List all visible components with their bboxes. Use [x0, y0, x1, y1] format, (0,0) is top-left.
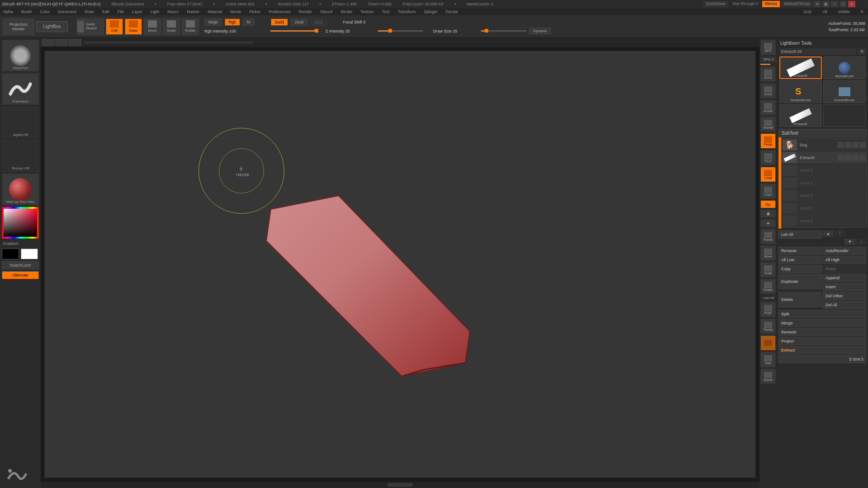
menu-picker[interactable]: Picker [249, 9, 260, 14]
menu-marker[interactable]: Marker [187, 9, 199, 14]
menu-file[interactable]: File [118, 9, 124, 14]
menu-transform[interactable]: Transform [397, 9, 416, 14]
polyf-button[interactable]: PolyF [760, 302, 776, 317]
menu-tool[interactable]: Tool [382, 9, 390, 14]
merge-section[interactable]: Merge [778, 319, 866, 327]
default-script[interactable]: DefaultZScript [781, 1, 812, 7]
all-low-button[interactable]: All Low [778, 256, 822, 264]
center-button[interactable]: ◉ [760, 219, 776, 227]
menu-stencil[interactable]: Stencil [320, 9, 332, 14]
canvas-drag-handle[interactable] [84, 41, 253, 44]
menu-stroke[interactable]: Stroke [340, 9, 352, 14]
rgb-button[interactable]: Rgb [225, 19, 241, 26]
subtool-section-header[interactable]: SubTool [778, 129, 867, 137]
menu-preferences[interactable]: Preferences [269, 9, 291, 14]
draw-mode-button[interactable]: Draw [125, 19, 142, 35]
floor-button[interactable]: Floor [760, 150, 776, 165]
gradient-button[interactable]: Gradient [2, 240, 39, 247]
focal-shift-slider[interactable]: Focal Shift 0 [343, 20, 388, 24]
tool-simplebrush[interactable]: S SimpleBrush [779, 80, 822, 103]
quicksave-button[interactable]: QuickSave [703, 1, 728, 7]
del-all-button[interactable]: Del All [823, 301, 866, 309]
menu-render[interactable]: Render [299, 9, 312, 14]
primary-color-swatch[interactable] [21, 249, 38, 259]
lock-icon-button[interactable]: 🔒 [760, 210, 776, 218]
delete-button[interactable]: Delete [778, 292, 822, 307]
xyz-button[interactable]: Xyz [760, 200, 776, 208]
menu-color[interactable]: Color [40, 9, 50, 14]
local-button[interactable]: Local [760, 167, 776, 182]
rename-button[interactable]: Rename [778, 247, 822, 255]
menu-icon[interactable]: ≡ [814, 1, 821, 7]
projection-master-button[interactable]: Projection Master [3, 19, 34, 35]
list-all-button[interactable]: List All [778, 230, 822, 239]
del-other-button[interactable]: Del Other [823, 292, 866, 300]
extract-section[interactable]: Extract [778, 346, 866, 354]
menu-light[interactable]: Light [151, 9, 160, 14]
xpose-button[interactable]: Xpose [760, 369, 776, 384]
menu-movie[interactable]: Movie [230, 9, 241, 14]
transp-button[interactable]: Transp [760, 319, 776, 334]
move-view-button[interactable]: Move [760, 245, 776, 261]
all-high-button[interactable]: All High [823, 256, 866, 264]
menu-edit[interactable]: Edit [102, 9, 109, 14]
subtool-vis-toggle[interactable] [838, 142, 844, 148]
subtool-vis-toggle[interactable] [838, 155, 844, 161]
subtool-row-empty[interactable]: Head 7 [782, 202, 867, 215]
remesh-section[interactable]: Remesh [778, 328, 866, 336]
menu-material[interactable]: Material [208, 9, 222, 14]
menu-zscript[interactable]: Zscript [446, 9, 458, 14]
subtool-down-all-button[interactable]: ⤓ [856, 239, 867, 245]
draw-size-slider[interactable]: Draw Size 25 [433, 29, 478, 33]
texture-picker[interactable]: Texture Off [2, 140, 39, 172]
seethrough-slider[interactable]: See-through 0 [730, 1, 761, 7]
current-tool-label[interactable]: Extract8.48 [779, 48, 856, 55]
m-button[interactable]: M [243, 19, 255, 26]
rgb-intensity-track[interactable] [270, 30, 316, 32]
menu-document[interactable]: Document [58, 9, 76, 14]
menus-toggle[interactable]: Menus [762, 1, 780, 7]
autoreorder-button[interactable]: AutoReorder [823, 247, 866, 255]
smoothing-slider[interactable]: S Smt 5 [778, 355, 866, 363]
project-section[interactable]: Project [778, 337, 866, 345]
lsym-button[interactable]: LSym [760, 183, 776, 199]
subtool-flag-4[interactable] [859, 155, 866, 161]
subtool-row-empty[interactable]: Head 8 [782, 215, 867, 227]
restore-button[interactable]: R [859, 9, 866, 14]
menu-zplugin[interactable]: Zplugin [424, 9, 438, 14]
move-mode-button[interactable]: Move [144, 19, 161, 35]
subtool-flag-3[interactable] [852, 142, 859, 148]
duplicate-button[interactable]: Duplicate [778, 274, 822, 289]
material-picker[interactable]: MatCap Red Wax [2, 174, 39, 205]
bottom-dock-handle[interactable] [387, 483, 413, 487]
subtool-move-up-button[interactable]: ▲ [823, 230, 834, 237]
z-intensity-track[interactable] [378, 30, 423, 32]
mrgb-button[interactable]: Mrgb [204, 19, 222, 26]
subtool-row-empty[interactable]: Head 3 [782, 164, 867, 177]
menu-texture[interactable]: Texture [360, 9, 374, 14]
zsub-button[interactable]: Zsub [291, 19, 308, 26]
quick-sketch-button[interactable]: Quick Sketch [77, 19, 104, 35]
brush-picker[interactable]: MaskPen [2, 40, 39, 71]
menu-brush[interactable]: Brush [21, 9, 32, 14]
menu-draw[interactable]: Draw [85, 9, 94, 14]
alternate-button[interactable]: Alternate [2, 271, 39, 279]
zoom-button[interactable]: Zoom [760, 83, 776, 99]
subtool-row-dog[interactable]: 🐕 Dog [782, 139, 867, 151]
viewport[interactable]: ┼ +MASK [44, 51, 756, 478]
tool-eraserbrush[interactable]: EraserBrush [823, 80, 866, 103]
tool-extract6[interactable]: Extract6 [779, 104, 822, 127]
subtool-row-empty[interactable]: Head 4 [782, 177, 867, 189]
subtool-flag-3[interactable] [852, 155, 859, 161]
minimize-icon[interactable]: − [831, 1, 838, 7]
close-icon[interactable]: ✕ [848, 1, 855, 7]
subtool-mode-toggle[interactable] [845, 155, 851, 161]
canvas-header-control-3[interactable] [69, 39, 81, 46]
goz-all-button[interactable]: All [821, 9, 829, 14]
insert-button[interactable]: Insert [823, 283, 866, 291]
edit-mode-button[interactable]: Edit [106, 19, 123, 35]
menu-layer[interactable]: Layer [132, 9, 142, 14]
canvas-header-control-1[interactable] [42, 39, 54, 46]
bpr-button[interactable]: BPR [760, 40, 776, 55]
grid-icon[interactable]: ⊞ [822, 1, 830, 7]
